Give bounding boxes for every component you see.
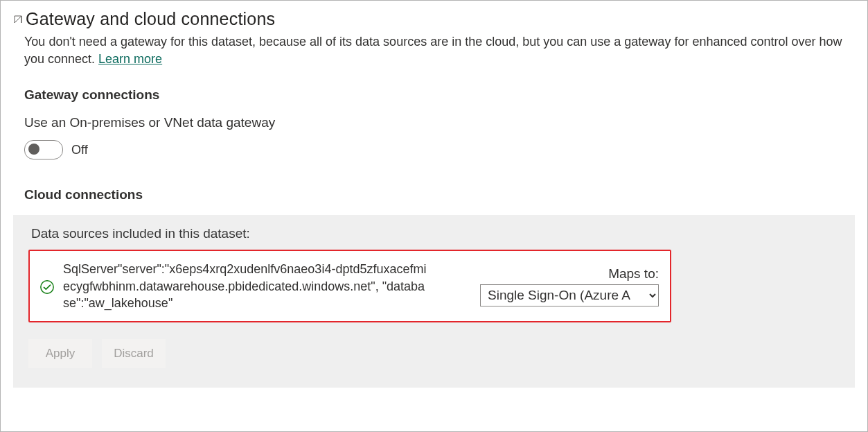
apply-button[interactable]: Apply xyxy=(28,339,92,368)
gateway-toggle-label: Use an On-premises or VNet data gateway xyxy=(24,115,855,130)
discard-button[interactable]: Discard xyxy=(102,339,166,368)
datasources-heading: Data sources included in this dataset: xyxy=(31,226,842,241)
datasource-row: SqlServer"server":"x6eps4xrq2xudenlfv6na… xyxy=(30,251,670,321)
gateway-toggle[interactable] xyxy=(24,140,63,159)
gateway-connections-heading: Gateway connections xyxy=(24,87,855,103)
gateway-toggle-row: Off xyxy=(24,140,855,159)
toggle-thumb xyxy=(28,144,39,155)
maps-to-select[interactable]: Single Sign-On (Azure A xyxy=(480,284,659,306)
datasource-highlight: SqlServer"server":"x6eps4xrq2xudenlfv6na… xyxy=(28,250,671,322)
action-buttons: Apply Discard xyxy=(28,339,842,368)
maps-to-label: Maps to: xyxy=(608,266,659,282)
collapse-triangle-icon[interactable] xyxy=(13,15,23,24)
gateway-toggle-state: Off xyxy=(71,143,88,157)
cloud-connections-heading: Cloud connections xyxy=(24,187,855,202)
gateway-cloud-connections-panel: Gateway and cloud connections You don't … xyxy=(0,0,868,432)
success-check-icon xyxy=(39,279,55,295)
learn-more-link[interactable]: Learn more xyxy=(98,52,162,66)
maps-to-column: Maps to: Single Sign-On (Azure A xyxy=(480,266,659,306)
cloud-connections-panel: Data sources included in this dataset: S… xyxy=(13,215,855,388)
datasource-text: SqlServer"server":"x6eps4xrq2xudenlfv6na… xyxy=(63,261,430,311)
section-description: You don't need a gateway for this datase… xyxy=(24,33,855,68)
svg-point-0 xyxy=(41,281,53,293)
gateway-toggle-block: Use an On-premises or VNet data gateway … xyxy=(24,115,855,159)
section-header[interactable]: Gateway and cloud connections xyxy=(13,9,855,29)
section-title: Gateway and cloud connections xyxy=(26,9,275,29)
